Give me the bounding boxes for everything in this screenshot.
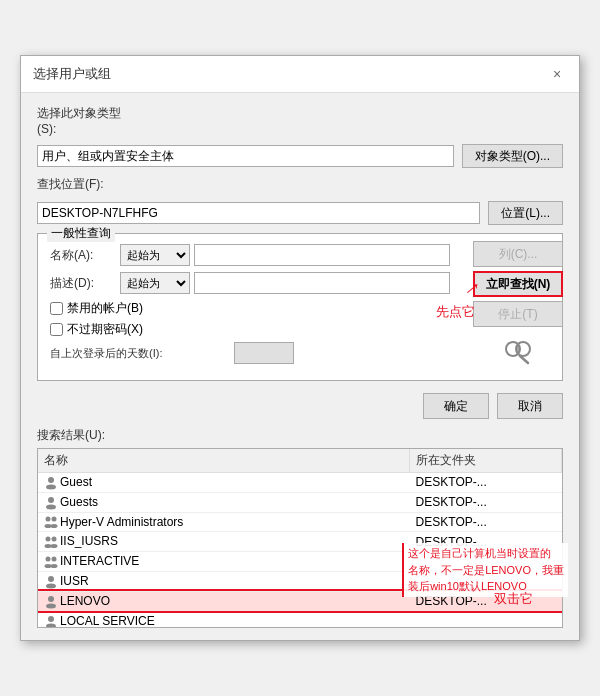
svg-point-8 [46, 517, 51, 522]
lenovo-annotation: 这个是自己计算机当时设置的名称，不一定是LENOVO，我重装后win10默认LE… [402, 543, 568, 597]
select-user-dialog: 选择用户或组 × 选择此对象类型(S): 对象类型(O)... 查找位置(F):… [20, 55, 580, 641]
location-label: 查找位置(F): [37, 176, 127, 193]
svg-point-16 [46, 557, 51, 562]
dialog-body: 选择此对象类型(S): 对象类型(O)... 查找位置(F): 位置(L)...… [21, 93, 579, 640]
general-query-section: 一般性查询 列(C)... 立即查找(N) 停止(T) [37, 233, 563, 381]
dblclick-annotation: 双击它 [494, 590, 533, 608]
svg-point-15 [51, 544, 58, 548]
table-row[interactable]: GuestsDESKTOP-... [38, 492, 562, 512]
name-label: 名称(A): [50, 247, 120, 264]
table-cell-name: IUSR [38, 572, 410, 592]
svg-point-25 [46, 623, 56, 628]
search-table: 名称 所在文件夹 GuestDESKTOP-...GuestsDESKTOP-.… [38, 449, 562, 628]
main-buttons: 确定 取消 [37, 389, 563, 423]
svg-point-13 [52, 537, 57, 542]
disabled-accounts-checkbox[interactable] [50, 302, 63, 315]
table-cell-name: Hyper-V Administrators [38, 512, 410, 532]
table-cell-name: IIS_IUSRS [38, 532, 410, 552]
search-table-wrapper: 名称 所在文件夹 GuestDESKTOP-...GuestsDESKTOP-.… [37, 448, 563, 628]
search-now-button[interactable]: 立即查找(N) [473, 271, 563, 297]
columns-button[interactable]: 列(C)... [473, 241, 563, 267]
object-type-row: 选择此对象类型(S): [37, 105, 563, 136]
table-cell-name: LOCAL SERVICE [38, 611, 410, 628]
location-row: 查找位置(F): [37, 176, 563, 193]
table-row[interactable]: LOCAL SERVICE [38, 611, 562, 628]
svg-point-5 [46, 484, 56, 489]
days-label: 自上次登录后的天数(I): [50, 346, 230, 361]
svg-point-21 [46, 583, 56, 588]
object-type-input-row: 对象类型(O)... [37, 144, 563, 168]
search-annotation-text: 先点它 [436, 303, 475, 321]
table-cell-name: Guests [38, 492, 410, 512]
table-cell-folder: DESKTOP-... [410, 473, 562, 493]
name-input[interactable] [194, 244, 450, 266]
binoculars-icon [502, 335, 534, 367]
svg-line-3 [520, 356, 528, 363]
svg-point-17 [52, 557, 57, 562]
table-cell-name: Guest [38, 473, 410, 493]
svg-point-20 [48, 576, 54, 582]
general-query-box: 一般性查询 列(C)... 立即查找(N) 停止(T) [37, 233, 563, 381]
desc-select[interactable]: 起始为 [120, 272, 190, 294]
search-icon-area [473, 335, 563, 367]
svg-point-12 [46, 537, 51, 542]
days-input[interactable] [234, 342, 294, 364]
search-results-label: 搜索结果(U): [37, 427, 563, 444]
table-cell-folder [410, 611, 562, 628]
location-button[interactable]: 位置(L)... [488, 201, 563, 225]
svg-point-18 [45, 564, 52, 568]
object-type-input[interactable] [37, 145, 454, 167]
svg-point-24 [48, 616, 54, 622]
desc-input[interactable] [194, 272, 450, 294]
table-row[interactable]: GuestDESKTOP-... [38, 473, 562, 493]
desc-label: 描述(D): [50, 275, 120, 292]
no-expiry-checkbox[interactable] [50, 323, 63, 336]
col-name-header: 名称 [38, 449, 410, 473]
object-type-button[interactable]: 对象类型(O)... [462, 144, 563, 168]
table-cell-folder: DESKTOP-... [410, 512, 562, 532]
ok-button[interactable]: 确定 [423, 393, 489, 419]
right-button-group: 列(C)... 立即查找(N) 停止(T) [473, 233, 563, 367]
col-folder-header: 所在文件夹 [410, 449, 562, 473]
svg-point-9 [52, 517, 57, 522]
svg-point-6 [48, 497, 54, 503]
close-button[interactable]: × [547, 64, 567, 84]
general-query-legend: 一般性查询 [47, 225, 115, 242]
svg-point-23 [46, 603, 56, 608]
table-cell-folder: DESKTOP-... [410, 492, 562, 512]
search-table-container[interactable]: 名称 所在文件夹 GuestDESKTOP-...GuestsDESKTOP-.… [37, 448, 563, 628]
table-row[interactable]: Hyper-V AdministratorsDESKTOP-... [38, 512, 562, 532]
object-type-label: 选择此对象类型(S): [37, 105, 127, 136]
disabled-accounts-label: 禁用的帐户(B) [67, 300, 143, 317]
svg-point-19 [51, 564, 58, 568]
name-select[interactable]: 起始为 [120, 244, 190, 266]
search-results-section: 搜索结果(U): 名称 所在文件夹 GuestDESKTOP-...Guests… [37, 427, 563, 628]
table-header-row: 名称 所在文件夹 [38, 449, 562, 473]
table-cell-name: INTERACTIVE [38, 552, 410, 572]
table-cell-name: LENOVO [38, 591, 410, 611]
svg-point-11 [51, 524, 58, 528]
dialog-title: 选择用户或组 [33, 65, 111, 83]
stop-button[interactable]: 停止(T) [473, 301, 563, 327]
svg-point-22 [48, 596, 54, 602]
svg-point-4 [48, 477, 54, 483]
titlebar: 选择用户或组 × [21, 56, 579, 93]
svg-point-14 [45, 544, 52, 548]
svg-point-7 [46, 504, 56, 509]
cancel-button[interactable]: 取消 [497, 393, 563, 419]
location-input[interactable] [37, 202, 480, 224]
location-input-row: 位置(L)... [37, 201, 563, 225]
svg-point-10 [45, 524, 52, 528]
no-expiry-label: 不过期密码(X) [67, 321, 143, 338]
